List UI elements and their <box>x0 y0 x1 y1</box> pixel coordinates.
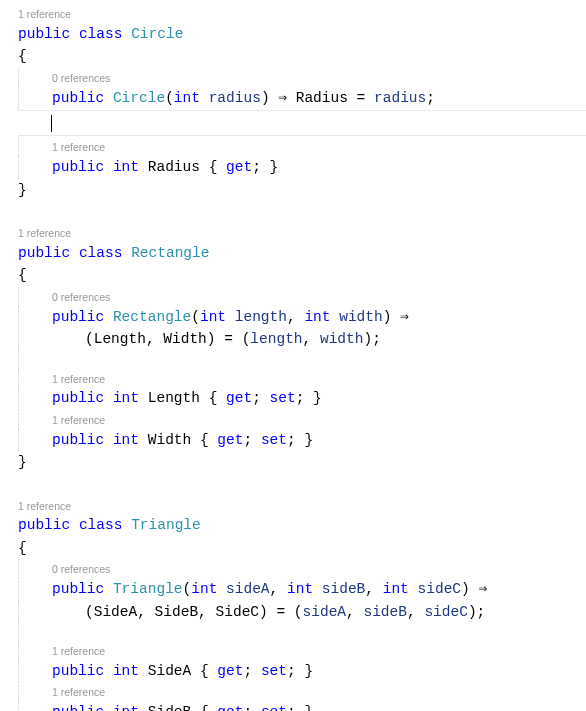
code-line[interactable]: public int SideA { get; set; } <box>18 660 586 682</box>
codelens-circle-ctor[interactable]: 0 references <box>18 68 586 87</box>
blank-line <box>18 623 586 641</box>
class-rectangle: 1 reference public class Rectangle { 0 r… <box>18 223 586 473</box>
code-line[interactable]: (Length, Width) = (length, width); <box>18 328 586 350</box>
codelens-rectangle-ctor[interactable]: 0 references <box>18 287 586 306</box>
codelens-circle-class[interactable]: 1 reference <box>18 4 586 23</box>
codelens-triangle-sidea[interactable]: 1 reference <box>18 641 586 660</box>
code-line[interactable]: public class Triangle <box>18 514 586 536</box>
codelens-rectangle-length[interactable]: 1 reference <box>18 369 586 388</box>
codelens-triangle-class[interactable]: 1 reference <box>18 496 586 515</box>
code-line[interactable]: public int Length { get; set; } <box>18 387 586 409</box>
codelens-circle-radius[interactable]: 1 reference <box>18 137 586 156</box>
code-line[interactable]: public Rectangle(int length, int width) … <box>18 306 586 328</box>
codelens-triangle-sideb[interactable]: 1 reference <box>18 682 586 701</box>
code-line[interactable]: } <box>18 179 586 201</box>
code-line[interactable]: } <box>18 451 586 473</box>
cursor-line[interactable] <box>18 110 586 136</box>
codelens-triangle-ctor[interactable]: 0 references <box>18 559 586 578</box>
blank-line <box>18 201 586 223</box>
code-line[interactable]: public int Radius { get; } <box>18 156 586 178</box>
code-line[interactable]: { <box>18 537 586 559</box>
code-line[interactable]: (SideA, SideB, SideC) = (sideA, sideB, s… <box>18 601 586 623</box>
code-line[interactable]: public int SideB { get; set; } <box>18 701 586 711</box>
text-cursor <box>51 115 52 132</box>
codelens-rectangle-width[interactable]: 1 reference <box>18 410 586 429</box>
class-triangle: 1 reference public class Triangle { 0 re… <box>18 496 586 711</box>
code-line[interactable]: { <box>18 45 586 67</box>
code-line[interactable]: { <box>18 264 586 286</box>
codelens-rectangle-class[interactable]: 1 reference <box>18 223 586 242</box>
code-line[interactable]: public class Circle <box>18 23 586 45</box>
blank-line <box>18 474 586 496</box>
code-line[interactable]: public Triangle(int sideA, int sideB, in… <box>18 578 586 600</box>
code-line[interactable]: public class Rectangle <box>18 242 586 264</box>
code-line[interactable]: public int Width { get; set; } <box>18 429 586 451</box>
code-line[interactable]: public Circle(int radius) ⇒ Radius = rad… <box>18 87 586 109</box>
class-circle: 1 reference public class Circle { 0 refe… <box>18 4 586 201</box>
blank-line <box>18 351 586 369</box>
